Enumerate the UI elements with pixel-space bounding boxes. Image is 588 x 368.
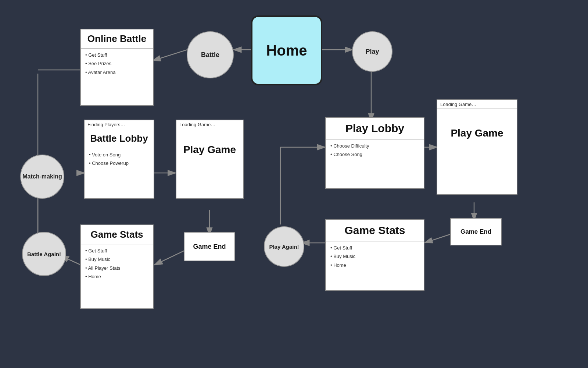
battle-game-end-label: Game End [193, 243, 226, 251]
play-game-box: Loading Game… Play Game [437, 99, 517, 195]
battle-game-stats-title: Game Stats [81, 225, 153, 244]
play-game-title: Play Game [437, 109, 517, 158]
battle-lobby-header: Finding Players… [85, 120, 154, 129]
play-game-stats-box: Game Stats • Get Stuff• Buy Music• Home [325, 219, 424, 291]
battle-lobby-title: Battle Lobby [85, 129, 154, 148]
play-game-stats-title: Game Stats [326, 220, 424, 241]
battle-game-end-box: Game End [184, 232, 235, 261]
play-again-label: Play Again! [268, 242, 300, 251]
play-game-header: Loading Game… [437, 100, 517, 109]
play-game-end-label: Game End [460, 228, 491, 236]
play-lobby-title: Play Lobby [326, 118, 424, 139]
battle-circle-label: Battle [201, 51, 219, 59]
play-lobby-items: • Choose Difficulty• Choose Song [326, 139, 424, 161]
home-label: Home [266, 42, 307, 59]
battle-again-circle[interactable]: Battle Again! [22, 232, 66, 276]
online-battle-title: Online Battle [81, 29, 153, 48]
battle-again-label: Battle Again! [26, 250, 62, 259]
online-battle-items: • Get Stuff• See Prizes• Avatar Arena [81, 49, 153, 79]
battle-play-game-title: Play Game [176, 129, 243, 170]
diagram: Home Battle Play Online Battle • Get Stu… [0, 0, 588, 368]
battle-circle[interactable]: Battle [187, 31, 234, 78]
battle-lobby-box: Finding Players… Battle Lobby • Vote on … [84, 120, 154, 199]
play-game-end-box: Game End [450, 218, 502, 245]
matchmaking-label: Match-making [21, 172, 64, 181]
battle-play-game-header: Loading Game… [176, 120, 243, 129]
play-circle-label: Play [365, 48, 379, 56]
play-again-circle[interactable]: Play Again! [264, 226, 304, 267]
play-circle[interactable]: Play [352, 31, 392, 72]
battle-game-stats-items: • Get Stuff• Buy Music• All Player Stats… [81, 244, 153, 283]
play-lobby-box: Play Lobby • Choose Difficulty• Choose S… [325, 117, 424, 189]
matchmaking-circle[interactable]: Match-making [20, 155, 64, 199]
battle-play-game-box: Loading Game… Play Game [176, 120, 244, 199]
online-battle-box: Online Battle • Get Stuff• See Prizes• A… [80, 29, 154, 106]
play-game-stats-items: • Get Stuff• Buy Music• Home [326, 241, 424, 272]
battle-game-stats-box: Game Stats • Get Stuff• Buy Music• All P… [80, 224, 154, 309]
home-box[interactable]: Home [251, 15, 322, 85]
svg-line-3 [153, 50, 187, 61]
battle-lobby-items: • Vote on Song• Choose Powerup [85, 148, 154, 170]
